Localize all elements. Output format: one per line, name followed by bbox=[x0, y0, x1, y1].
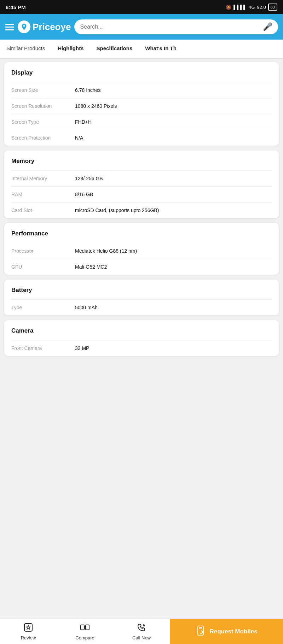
call-now-button[interactable]: Call Now bbox=[113, 619, 170, 644]
spec-value-screen-type: FHD+H bbox=[75, 119, 272, 125]
search-input[interactable] bbox=[80, 24, 260, 30]
spec-label-card-slot: Card Slot bbox=[11, 207, 75, 213]
status-time: 6:45 PM bbox=[6, 4, 26, 10]
search-bar[interactable]: 🎤 bbox=[74, 19, 278, 34]
spec-row-internal-memory: Internal Memory 128/ 256 GB bbox=[11, 170, 272, 186]
mic-icon[interactable]: 🎤 bbox=[263, 22, 272, 31]
signal-icon: ▌▌▌▌ bbox=[233, 5, 247, 10]
tab-specifications[interactable]: Specifications bbox=[90, 40, 139, 58]
tab-whats-in-the-box[interactable]: What's In Th bbox=[139, 40, 183, 58]
spec-label-screen-size: Screen Size bbox=[11, 87, 75, 93]
review-label: Review bbox=[21, 635, 36, 640]
spec-content: Display Screen Size 6.78 Inches Screen R… bbox=[0, 59, 283, 393]
spec-row-screen-type: Screen Type FHD+H bbox=[11, 114, 272, 130]
spec-label-internal-memory: Internal Memory bbox=[11, 176, 75, 181]
logo: Priceoye bbox=[18, 21, 71, 33]
memory-title: Memory bbox=[11, 158, 272, 165]
nav-tabs: Similar Products Highlights Specificatio… bbox=[0, 40, 283, 59]
spec-row-screen-size: Screen Size 6.78 Inches bbox=[11, 82, 272, 98]
spec-label-resolution: Screen Resolution bbox=[11, 103, 75, 109]
svg-rect-1 bbox=[81, 625, 84, 630]
spec-label-battery-type: Type bbox=[11, 305, 75, 310]
spec-value-internal-memory: 128/ 256 GB bbox=[75, 176, 272, 181]
spec-value-processor: Mediatek Helio G88 (12 nm) bbox=[75, 248, 272, 254]
request-mobiles-button[interactable]: Request Mobiles bbox=[170, 619, 283, 644]
spec-label-front-camera: Front Camera bbox=[11, 345, 75, 351]
call-now-label: Call Now bbox=[132, 635, 151, 640]
logo-icon bbox=[18, 21, 30, 33]
review-button[interactable]: Review bbox=[0, 619, 57, 644]
display-card: Display Screen Size 6.78 Inches Screen R… bbox=[4, 62, 279, 146]
spec-label-processor: Processor bbox=[11, 248, 75, 254]
battery-title: Battery bbox=[11, 287, 272, 294]
spec-label-screen-type: Screen Type bbox=[11, 119, 75, 125]
memory-card: Memory Internal Memory 128/ 256 GB RAM 8… bbox=[4, 151, 279, 218]
spec-row-screen-protection: Screen Protection N/A bbox=[11, 130, 272, 146]
svg-point-6 bbox=[200, 633, 201, 634]
spec-value-resolution: 1080 x 2460 Pixels bbox=[75, 103, 272, 109]
spec-row-processor: Processor Mediatek Helio G88 (12 nm) bbox=[11, 243, 272, 259]
status-icons: 🔕 ▌▌▌▌ 4G 92.0 83 bbox=[226, 4, 277, 11]
performance-card: Performance Processor Mediatek Helio G88… bbox=[4, 223, 279, 275]
compare-icon bbox=[80, 622, 90, 634]
compare-button[interactable]: Compare bbox=[57, 619, 113, 644]
spec-value-ram: 8/16 GB bbox=[75, 192, 272, 197]
spec-label-screen-protection: Screen Protection bbox=[11, 135, 75, 141]
camera-title: Camera bbox=[11, 327, 272, 334]
logo-text: Priceoye bbox=[33, 22, 71, 33]
spec-row-front-camera: Front Camera 32 MP bbox=[11, 340, 272, 356]
performance-title: Performance bbox=[11, 230, 272, 237]
spec-label-ram: RAM bbox=[11, 192, 75, 197]
tab-similar-products[interactable]: Similar Products bbox=[0, 40, 51, 58]
spec-value-screen-protection: N/A bbox=[75, 135, 272, 141]
battery-card: Battery Type 5000 mAh bbox=[4, 280, 279, 315]
spec-row-resolution: Screen Resolution 1080 x 2460 Pixels bbox=[11, 98, 272, 114]
notification-icon: 🔕 bbox=[226, 5, 231, 10]
camera-card: Camera Front Camera 32 MP bbox=[4, 320, 279, 356]
spec-value-battery-type: 5000 mAh bbox=[75, 305, 272, 310]
request-mobiles-label: Request Mobiles bbox=[209, 628, 257, 635]
bottom-nav: Review Compare Call Now bbox=[0, 619, 283, 644]
review-icon bbox=[23, 622, 33, 634]
display-title: Display bbox=[11, 69, 272, 76]
battery-indicator: 83 bbox=[268, 4, 277, 11]
spec-value-gpu: Mali-G52 MC2 bbox=[75, 264, 272, 270]
spec-row-battery-type: Type 5000 mAh bbox=[11, 299, 272, 315]
network-type: 4G bbox=[249, 5, 255, 10]
compare-label: Compare bbox=[75, 635, 94, 640]
spec-label-gpu: GPU bbox=[11, 264, 75, 270]
call-icon bbox=[137, 622, 146, 634]
spec-row-card-slot: Card Slot microSD Card, (supports upto 2… bbox=[11, 202, 272, 218]
header: Priceoye 🎤 bbox=[0, 14, 283, 40]
spec-row-gpu: GPU Mali-G52 MC2 bbox=[11, 259, 272, 275]
hamburger-menu[interactable] bbox=[5, 24, 14, 30]
spec-value-front-camera: 32 MP bbox=[75, 345, 272, 351]
request-mobiles-icon bbox=[195, 625, 206, 638]
tab-highlights[interactable]: Highlights bbox=[51, 40, 90, 58]
status-bar: 6:45 PM 🔕 ▌▌▌▌ 4G 92.0 83 bbox=[0, 0, 283, 14]
spec-value-card-slot: microSD Card, (supports upto 256GB) bbox=[75, 207, 272, 213]
speed-indicator: 92.0 bbox=[257, 5, 266, 10]
spec-value-screen-size: 6.78 Inches bbox=[75, 87, 272, 93]
spec-row-ram: RAM 8/16 GB bbox=[11, 186, 272, 202]
